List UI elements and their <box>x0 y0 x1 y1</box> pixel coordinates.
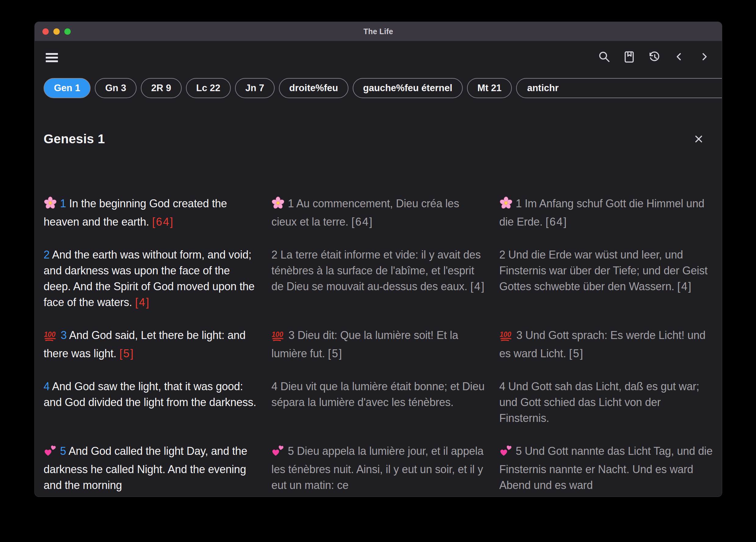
verse-reference: [4] <box>135 296 150 308</box>
tab-2r-9[interactable]: 2R 9 <box>141 78 181 98</box>
chapter-title: Genesis 1 <box>44 132 105 146</box>
two-hearts-emoji-icon <box>499 445 513 462</box>
two-hearts-emoji-icon <box>44 445 57 462</box>
verse-1-en: 1 In the beginning God created the heave… <box>44 196 257 230</box>
verse-text: Und Gott nannte das Licht Tag, und die F… <box>499 445 713 491</box>
verse-text: La terre était informe et vide: il y ava… <box>271 248 481 293</box>
history-button[interactable] <box>647 49 661 64</box>
tab-mt-21[interactable]: Mt 21 <box>467 78 512 98</box>
tab-label: Jn 7 <box>245 83 264 94</box>
svg-text:100: 100 <box>44 330 55 338</box>
history-icon <box>648 50 661 63</box>
cherry-blossom-emoji-icon <box>271 196 285 214</box>
window-title: The Life <box>363 27 393 36</box>
minimize-window-button[interactable] <box>53 28 60 35</box>
titlebar: The Life <box>35 22 722 41</box>
verse-number: 3 <box>516 329 522 341</box>
verse-number: 5 <box>516 445 522 457</box>
verse-number: 5 <box>288 445 294 457</box>
verse-3-en: 1003 And God said, Let there be light: a… <box>44 327 257 362</box>
toolbar-icons <box>597 49 711 64</box>
verse-5-en: 5 And God called the light Day, and the … <box>44 443 257 493</box>
verse-text: Und die Erde war wüst und leer, und Fins… <box>499 248 708 293</box>
close-icon <box>694 134 704 144</box>
tab-droite-feu[interactable]: droite%feu <box>279 78 348 98</box>
tab-gen-1[interactable]: Gen 1 <box>44 78 91 98</box>
tab-gn-3[interactable]: Gn 3 <box>95 78 137 98</box>
search-button[interactable] <box>597 49 612 64</box>
verse-text: Im Anfang schuf Gott die Himmel und die … <box>499 197 704 228</box>
verse-4-fr: 4 Dieu vit que la lumière était bonne; e… <box>271 379 485 426</box>
cherry-blossom-emoji-icon <box>499 196 513 214</box>
tab-gauche-feu-ternel[interactable]: gauche%feu éternel <box>353 78 463 98</box>
verse-text: And God saw the light, that it was good:… <box>44 380 256 408</box>
search-icon <box>598 50 611 63</box>
verse-3-fr: 1003 Dieu dit: Que la lumière soit! Et l… <box>271 327 485 362</box>
tab-label: 2R 9 <box>151 83 171 94</box>
tab-label: Gen 1 <box>54 83 80 94</box>
tab-bar: Gen 1Gn 32R 9Lc 22Jn 7droite%feugauche%f… <box>44 77 722 99</box>
tab-jn-7[interactable]: Jn 7 <box>235 78 275 98</box>
two-hearts-emoji-icon <box>271 445 285 462</box>
verse-number: 2 <box>44 248 50 261</box>
verse-number: 4 <box>499 380 505 393</box>
tab-antichr[interactable]: antichr <box>516 78 722 98</box>
bookmark-icon <box>623 50 636 63</box>
tab-label: antichr <box>527 83 558 94</box>
verse-reference: [5] <box>569 347 584 360</box>
verse-reference: [5] <box>328 347 343 360</box>
page-background: The Life <box>0 0 756 542</box>
verse-reference: [64] <box>152 216 174 228</box>
svg-text:100: 100 <box>500 330 511 338</box>
toolbar <box>35 41 722 77</box>
verse-number: 2 <box>499 248 505 261</box>
verse-reference: [5] <box>119 347 134 360</box>
hamburger-icon <box>46 53 58 55</box>
verse-2-en: 2 And the earth was without form, and vo… <box>44 247 257 310</box>
tab-lc-22[interactable]: Lc 22 <box>186 78 231 98</box>
verse-number: 3 <box>61 329 67 341</box>
verse-number: 1 <box>288 197 294 210</box>
hundred-points-emoji-icon: 100 <box>499 330 513 346</box>
hundred-points-emoji-icon: 100 <box>271 330 285 346</box>
app-window: The Life <box>34 22 722 497</box>
chapter-header: Genesis 1 <box>44 132 709 153</box>
verse-number: 4 <box>271 380 277 393</box>
verse-number: 1 <box>516 197 522 210</box>
verse-4-de: 4 Und Gott sah das Licht, daß es gut war… <box>499 379 713 426</box>
verse-2-de: 2 Und die Erde war wüst und leer, und Fi… <box>499 247 713 310</box>
forward-button[interactable] <box>697 49 711 64</box>
verse-reference: [4] <box>677 280 692 293</box>
verse-2-fr: 2 La terre était informe et vide: il y a… <box>271 247 485 310</box>
verse-text: And God said, Let there be light: and th… <box>44 329 246 360</box>
verse-text: Und Gott sah das Licht, daß es gut war; … <box>499 380 699 424</box>
verse-text: In the beginning God created the heaven … <box>44 197 227 228</box>
verse-reference: [4] <box>470 280 485 293</box>
tab-label: droite%feu <box>289 83 338 94</box>
hundred-points-emoji-icon: 100 <box>44 330 58 346</box>
verse-number: 3 <box>288 329 294 341</box>
verse-1-de: 1 Im Anfang schuf Gott die Himmel und di… <box>499 196 713 230</box>
back-button[interactable] <box>672 49 686 64</box>
verse-number: 2 <box>271 248 277 261</box>
verse-reference: [64] <box>351 216 373 228</box>
verses-grid: 1 In the beginning God created the heave… <box>44 196 713 493</box>
tab-label: Gn 3 <box>105 83 126 94</box>
tab-label: gauche%feu éternel <box>363 83 452 94</box>
verse-number: 1 <box>60 197 66 210</box>
verse-reference: [64] <box>546 216 568 228</box>
verse-text: Dieu dit: Que la lumière soit! Et la lum… <box>271 329 458 360</box>
verse-5-de: 5 Und Gott nannte das Licht Tag, und die… <box>499 443 713 493</box>
verse-number: 4 <box>44 380 50 393</box>
verse-text: Dieu appela la lumière jour, et il appel… <box>271 445 483 491</box>
menu-button[interactable] <box>46 53 58 62</box>
bookmarks-button[interactable] <box>622 49 637 64</box>
verse-1-fr: 1 Au commencement, Dieu créa les cieux e… <box>271 196 485 230</box>
close-chapter-button[interactable] <box>692 132 705 146</box>
tab-label: Lc 22 <box>196 83 220 94</box>
chevron-left-icon <box>674 52 684 62</box>
zoom-window-button[interactable] <box>64 28 71 35</box>
svg-text:100: 100 <box>272 330 283 338</box>
verse-3-de: 1003 Und Gott sprach: Es werde Licht! un… <box>499 327 713 362</box>
close-window-button[interactable] <box>42 28 49 35</box>
